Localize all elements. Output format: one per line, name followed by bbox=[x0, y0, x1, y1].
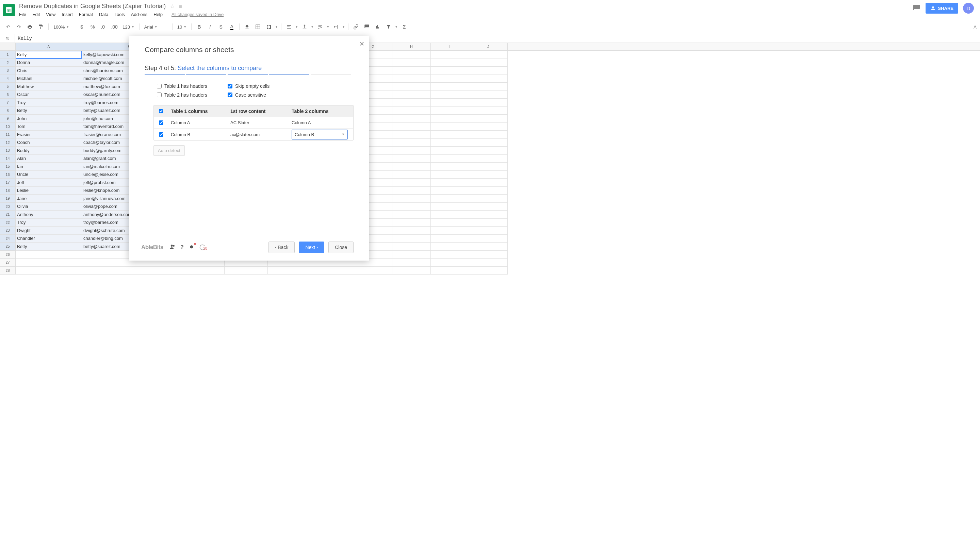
row-header[interactable]: 27 bbox=[0, 259, 16, 267]
cell[interactable] bbox=[469, 155, 508, 163]
cell[interactable] bbox=[392, 235, 431, 243]
cell[interactable] bbox=[469, 267, 508, 275]
cell[interactable] bbox=[392, 187, 431, 195]
cell[interactable]: Matthew bbox=[16, 83, 82, 91]
fx-label[interactable]: fx bbox=[0, 34, 15, 43]
save-status[interactable]: All changes saved in Drive bbox=[172, 12, 224, 17]
cell[interactable] bbox=[431, 187, 469, 195]
cell[interactable]: Chris bbox=[16, 67, 82, 75]
cell[interactable] bbox=[392, 267, 431, 275]
menu-tools[interactable]: Tools bbox=[115, 12, 124, 17]
h-align-icon[interactable] bbox=[284, 22, 294, 32]
column-header[interactable]: H bbox=[392, 43, 431, 50]
row-header[interactable]: 3 bbox=[0, 67, 16, 75]
table2-col-select[interactable]: Column A bbox=[289, 120, 347, 125]
cell[interactable]: Alan bbox=[16, 155, 82, 163]
check-table2-headers[interactable]: Table 2 has headers bbox=[157, 92, 207, 98]
check-case-sensitive[interactable]: Case sensitive bbox=[228, 92, 269, 98]
cell[interactable] bbox=[392, 171, 431, 179]
text-color-icon[interactable]: A bbox=[227, 22, 237, 32]
cell[interactable] bbox=[431, 243, 469, 251]
borders-icon[interactable] bbox=[253, 22, 263, 32]
cell[interactable] bbox=[469, 219, 508, 227]
row-header[interactable]: 4 bbox=[0, 75, 16, 83]
cell[interactable] bbox=[431, 259, 469, 267]
cell[interactable] bbox=[431, 211, 469, 219]
cell[interactable] bbox=[431, 51, 469, 59]
cell[interactable] bbox=[469, 259, 508, 267]
folder-icon[interactable]: ■ bbox=[179, 3, 182, 10]
cell[interactable] bbox=[392, 51, 431, 59]
row-header[interactable]: 8 bbox=[0, 107, 16, 115]
cell[interactable]: Troy bbox=[16, 98, 82, 107]
cell[interactable] bbox=[392, 139, 431, 147]
row-header[interactable]: 23 bbox=[0, 227, 16, 235]
cell[interactable] bbox=[431, 67, 469, 75]
cell[interactable]: Donna bbox=[16, 59, 82, 67]
cell[interactable] bbox=[354, 267, 392, 275]
cell[interactable] bbox=[469, 187, 508, 195]
row-header[interactable]: 15 bbox=[0, 163, 16, 171]
row-header[interactable]: 6 bbox=[0, 91, 16, 99]
cell[interactable] bbox=[431, 59, 469, 67]
menu-view[interactable]: View bbox=[46, 12, 56, 17]
cell[interactable] bbox=[469, 163, 508, 171]
cell[interactable] bbox=[431, 219, 469, 227]
row-header[interactable]: 10 bbox=[0, 123, 16, 131]
cell[interactable] bbox=[469, 243, 508, 251]
cell[interactable] bbox=[469, 211, 508, 219]
column-row-checkbox[interactable] bbox=[159, 121, 163, 125]
close-icon[interactable]: ✕ bbox=[360, 40, 364, 48]
strikethrough-icon[interactable]: S bbox=[216, 22, 226, 32]
back-button[interactable]: ‹Back bbox=[269, 241, 295, 253]
cell[interactable] bbox=[469, 59, 508, 67]
cell[interactable]: Coach bbox=[16, 139, 82, 147]
column-row-checkbox[interactable] bbox=[159, 132, 163, 137]
cell[interactable] bbox=[224, 267, 268, 275]
cell[interactable]: Anthony bbox=[16, 211, 82, 219]
cell[interactable] bbox=[431, 179, 469, 187]
row-header[interactable]: 16 bbox=[0, 171, 16, 179]
cell[interactable]: Buddy bbox=[16, 147, 82, 155]
print-icon[interactable] bbox=[25, 22, 35, 32]
cell[interactable] bbox=[469, 179, 508, 187]
cell[interactable] bbox=[176, 267, 224, 275]
row-header[interactable]: 7 bbox=[0, 98, 16, 107]
cell[interactable] bbox=[392, 195, 431, 203]
cell[interactable] bbox=[431, 75, 469, 83]
cell[interactable] bbox=[16, 259, 82, 267]
cell[interactable] bbox=[392, 115, 431, 123]
italic-icon[interactable]: I bbox=[205, 22, 215, 32]
cell[interactable] bbox=[311, 267, 354, 275]
percent-icon[interactable]: % bbox=[88, 22, 97, 32]
row-header[interactable]: 18 bbox=[0, 187, 16, 195]
cell[interactable]: Oscar bbox=[16, 91, 82, 99]
column-header[interactable]: A bbox=[16, 43, 82, 50]
text-rotate-icon[interactable] bbox=[331, 22, 340, 32]
cell[interactable] bbox=[392, 91, 431, 99]
cell[interactable]: Michael bbox=[16, 75, 82, 83]
fill-color-icon[interactable] bbox=[242, 22, 252, 32]
cell[interactable] bbox=[392, 227, 431, 235]
cell[interactable] bbox=[431, 163, 469, 171]
cell[interactable] bbox=[469, 98, 508, 107]
row-header[interactable]: 11 bbox=[0, 131, 16, 139]
column-header[interactable]: J bbox=[469, 43, 508, 50]
row-header[interactable]: 1 bbox=[0, 51, 16, 59]
cell[interactable]: Troy bbox=[16, 219, 82, 227]
currency-icon[interactable]: $ bbox=[77, 22, 86, 32]
cell[interactable] bbox=[392, 59, 431, 67]
row-header[interactable]: 22 bbox=[0, 219, 16, 227]
cell[interactable] bbox=[392, 83, 431, 91]
row-header[interactable]: 19 bbox=[0, 195, 16, 203]
cell[interactable]: Frasier bbox=[16, 131, 82, 139]
bold-icon[interactable]: B bbox=[194, 22, 204, 32]
cell[interactable]: Olivia bbox=[16, 203, 82, 211]
help-icon[interactable]: ? bbox=[180, 244, 184, 251]
cell[interactable] bbox=[469, 139, 508, 147]
row-header[interactable]: 17 bbox=[0, 179, 16, 187]
cell[interactable] bbox=[16, 267, 82, 275]
cell[interactable] bbox=[469, 75, 508, 83]
menu-format[interactable]: Format bbox=[79, 12, 93, 17]
cell[interactable]: Dwight bbox=[16, 227, 82, 235]
